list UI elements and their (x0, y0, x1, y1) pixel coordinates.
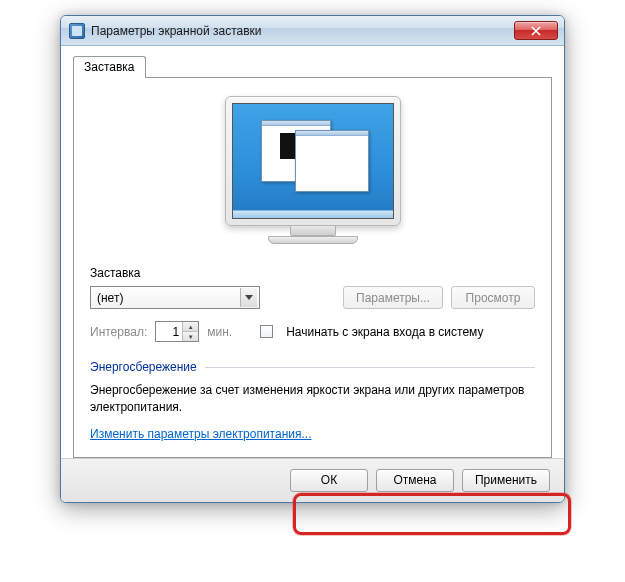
interval-spinner[interactable]: ▲ ▼ (155, 321, 199, 342)
spinner-down-icon[interactable]: ▼ (183, 332, 198, 341)
preview-area (90, 96, 535, 244)
tabstrip: Заставка (73, 54, 552, 77)
spinner-up-icon[interactable]: ▲ (183, 322, 198, 332)
monitor-preview (223, 96, 403, 244)
tab-screensaver[interactable]: Заставка (73, 56, 146, 78)
power-description: Энергосбережение за счет изменения яркос… (90, 382, 535, 417)
window-title: Параметры экранной заставки (91, 24, 514, 38)
close-icon (531, 26, 541, 36)
preview-button: Просмотр (451, 286, 535, 309)
on-resume-checkbox[interactable] (260, 325, 273, 338)
ok-button[interactable]: ОК (290, 469, 368, 492)
screensaver-group-label: Заставка (90, 266, 535, 280)
apply-button[interactable]: Применить (462, 469, 550, 492)
tab-panel: Заставка (нет) Параметры... Просмотр Инт… (73, 77, 552, 458)
settings-button: Параметры... (343, 286, 443, 309)
titlebar: Параметры экранной заставки (61, 16, 564, 46)
dialog-footer: ОК Отмена Применить (61, 458, 564, 502)
interval-label: Интервал: (90, 325, 147, 339)
divider (205, 367, 535, 368)
window-icon (69, 23, 85, 39)
power-group-label: Энергосбережение (90, 360, 197, 374)
cancel-button[interactable]: Отмена (376, 469, 454, 492)
power-settings-link[interactable]: Изменить параметры электропитания... (90, 427, 311, 441)
close-button[interactable] (514, 21, 558, 40)
dialog-body: Заставка Заставка (61, 46, 564, 458)
screensaver-settings-dialog: Параметры экранной заставки Заставка (60, 15, 565, 503)
on-resume-label: Начинать с экрана входа в систему (286, 325, 483, 339)
interval-unit: мин. (207, 325, 232, 339)
chevron-down-icon (240, 288, 257, 307)
interval-input[interactable] (156, 322, 182, 341)
screensaver-dropdown[interactable]: (нет) (90, 286, 260, 309)
dropdown-value: (нет) (97, 291, 240, 305)
